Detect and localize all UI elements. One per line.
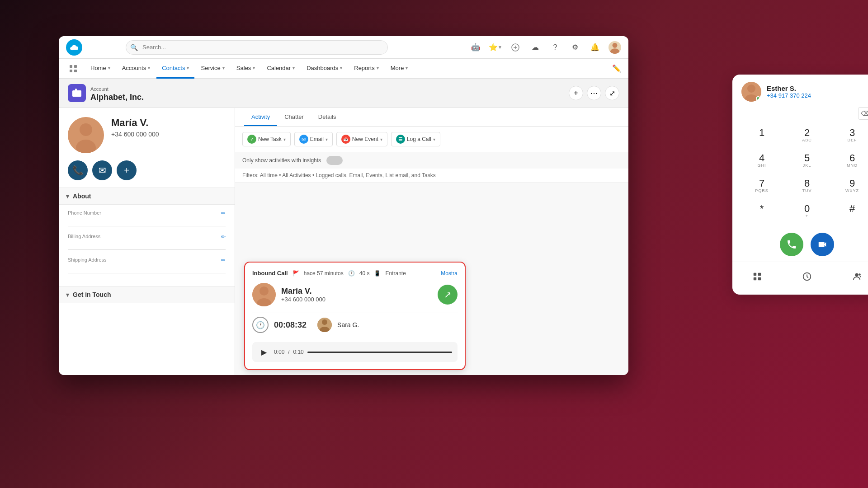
settings-icon[interactable]: ⚙ <box>569 41 581 54</box>
play-button[interactable]: ▶ <box>258 346 270 358</box>
nav-dashboards[interactable]: Dashboards ▾ <box>301 59 348 79</box>
get-in-touch-section-header[interactable]: ▾ Get in Touch <box>59 286 235 303</box>
tab-activity[interactable]: Activity <box>244 108 277 126</box>
shipping-edit-icon[interactable]: ✏ <box>221 257 226 263</box>
mostra-button[interactable]: Mostra <box>441 270 458 277</box>
call-button[interactable]: 📞 <box>68 160 88 180</box>
phone-edit-icon[interactable]: ✏ <box>221 210 226 216</box>
get-in-touch-label: Get in Touch <box>73 291 111 298</box>
call-contact-info: María V. +34 600 000 000 <box>281 286 326 303</box>
dialer-bottom-tabs <box>732 262 868 286</box>
dial-key-5[interactable]: 5 JKL <box>785 149 829 173</box>
nav-service[interactable]: Service ▾ <box>195 59 230 79</box>
dial-key-2[interactable]: 2 ABC <box>785 123 829 148</box>
bell-icon[interactable]: 🔔 <box>589 41 601 54</box>
dial-key-9[interactable]: 9 WXYZ <box>830 174 868 198</box>
log-icon: ☰ <box>396 135 405 144</box>
dial-key-3[interactable]: 3 DEF <box>830 123 868 148</box>
edit-icon[interactable]: ✏️ <box>612 64 621 73</box>
svg-line-32 <box>807 277 808 278</box>
log-call-button[interactable]: ☰ Log a Call ▾ <box>391 132 440 146</box>
new-task-button[interactable]: ✓ New Task ▾ <box>242 132 291 146</box>
tabs-bar: Activity Chatter Details <box>235 108 628 127</box>
dial-call-button[interactable] <box>780 233 803 256</box>
contact-actions: 📞 ✉ + <box>59 160 235 188</box>
tab-details[interactable]: Details <box>311 108 344 126</box>
audio-progress-bar[interactable] <box>307 352 452 353</box>
nav-calendar[interactable]: Calendar ▾ <box>261 59 300 79</box>
dial-video-button[interactable] <box>811 233 834 256</box>
dialer-tab-history[interactable] <box>798 267 816 286</box>
inbound-call-card: Inbound Call 🚩 hace 57 minutos 🕐 40 s 📱 … <box>244 262 466 370</box>
call-direction: Entrante <box>385 270 406 277</box>
call-agent-name: Sara G. <box>337 321 359 328</box>
dial-key-0[interactable]: 0 + <box>785 199 829 224</box>
dial-key-8[interactable]: 8 TUV <box>785 174 829 198</box>
svg-rect-28 <box>754 277 756 280</box>
dial-key-star[interactable]: * <box>740 199 784 224</box>
call-arrow-button[interactable]: ↗ <box>438 285 458 305</box>
dialer-tab-contacts[interactable] <box>848 267 866 286</box>
options-button[interactable]: ⋯ <box>587 86 601 100</box>
event-chevron: ▾ <box>380 137 382 142</box>
cloud-icon[interactable]: ☁ <box>529 41 542 54</box>
more-actions-button[interactable]: + <box>117 160 137 180</box>
favorites-icon[interactable]: ⭐▼ <box>489 41 502 54</box>
nav-more[interactable]: More ▾ <box>385 59 414 79</box>
billing-edit-icon[interactable]: ✏ <box>221 234 226 240</box>
get-in-touch-chevron: ▾ <box>66 291 69 298</box>
nav-accounts[interactable]: Accounts ▾ <box>117 59 156 79</box>
delete-btn-wrap: ⌫ <box>732 107 868 120</box>
contact-info: María V. +34 600 000 000 <box>111 117 159 138</box>
salesforce-logo[interactable] <box>66 39 82 56</box>
dial-key-1[interactable]: 1 <box>740 123 784 148</box>
svg-rect-13 <box>72 90 81 97</box>
dial-key-hash[interactable]: # <box>830 199 868 224</box>
dialer-contact-info: Esther S. +34 917 370 224 <box>767 84 811 99</box>
nav-sales[interactable]: Sales ▾ <box>231 59 261 79</box>
dial-key-6[interactable]: 6 MNO <box>830 149 868 173</box>
dial-key-7[interactable]: 7 PQRS <box>740 174 784 198</box>
email-action-button[interactable]: ✉ Email ▾ <box>294 132 333 146</box>
new-event-button[interactable]: 📅 New Event ▾ <box>336 132 387 146</box>
dialpad: 1 2 ABC 3 DEF 4 GHI 5 JKL 6 MNO 7 PQRS 8 <box>732 123 868 224</box>
search-input[interactable] <box>126 40 388 55</box>
browser-window: 🔍 🤖 ⭐▼ ☁ ? ⚙ 🔔 <box>59 36 628 375</box>
robot-icon[interactable]: 🤖 <box>469 41 482 54</box>
tab-chatter[interactable]: Chatter <box>277 108 311 126</box>
delete-digit-button[interactable]: ⌫ <box>858 107 868 120</box>
dialer-avatar <box>741 82 761 102</box>
about-section-header[interactable]: ▾ About <box>59 188 235 205</box>
right-panel: Activity Chatter Details ✓ New Task ▾ ✉ … <box>235 108 628 375</box>
apps-grid-icon[interactable] <box>66 61 80 76</box>
about-section-content: Phone Number ✏ Billing Address ✏ Shippin… <box>59 205 235 286</box>
user-avatar[interactable] <box>609 41 621 54</box>
account-breadcrumb: Account <box>90 86 108 92</box>
call-duration: 40 s <box>359 270 370 277</box>
svg-rect-10 <box>74 65 77 68</box>
contact-avatar <box>68 117 104 153</box>
email-button[interactable]: ✉ <box>92 160 112 180</box>
nav-reports[interactable]: Reports ▾ <box>349 59 384 79</box>
clock-icon: 🕐 <box>348 270 355 277</box>
add-record-button[interactable]: + <box>569 86 583 100</box>
call-header: Inbound Call 🚩 hace 57 minutos 🕐 40 s 📱 … <box>252 270 458 277</box>
nav-contacts[interactable]: Contacts ▾ <box>156 59 194 79</box>
left-panel: María V. +34 600 000 000 📞 ✉ + ▾ About P… <box>59 108 235 375</box>
calendar-chevron: ▾ <box>292 66 295 70</box>
call-time-ago: hace 57 minutos <box>304 270 344 277</box>
svg-point-15 <box>80 123 92 136</box>
dialer-panel: Esther S. +34 917 370 224 ▾ ⌫ 1 2 ABC 3 … <box>732 75 868 295</box>
nav-home[interactable]: Home ▾ <box>85 59 116 79</box>
insights-toggle[interactable] <box>326 156 343 165</box>
add-icon[interactable] <box>509 41 522 54</box>
call-type-label: Inbound Call <box>252 270 288 277</box>
dialer-call-btns <box>732 229 868 262</box>
dialer-tab-grid[interactable] <box>748 267 766 286</box>
dial-key-4[interactable]: 4 GHI <box>740 149 784 173</box>
flag-icon: 🚩 <box>292 270 299 277</box>
svg-point-7 <box>613 42 618 47</box>
help-icon[interactable]: ? <box>549 41 561 54</box>
header-actions: + ⋯ ⤢ <box>569 86 619 100</box>
expand-button[interactable]: ⤢ <box>605 86 619 100</box>
